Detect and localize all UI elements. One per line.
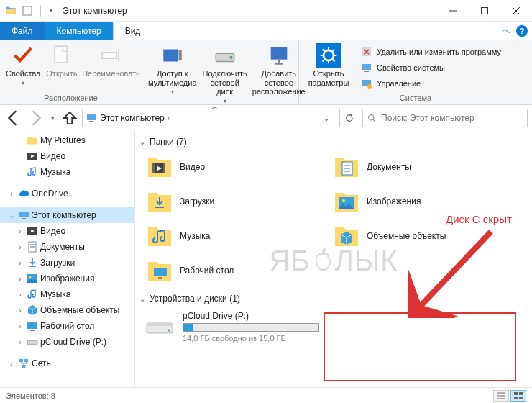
up-button[interactable] bbox=[60, 109, 79, 127]
sidebar-item-pc-video[interactable]: ›Видео bbox=[0, 223, 134, 239]
drives-group-header[interactable]: ⌄ Устройства и диски (1) bbox=[139, 291, 528, 308]
navigation-pane: My Pictures Видео Музыка ›OneDrive ⌄Этот… bbox=[0, 131, 135, 390]
manage-label: Управление bbox=[377, 79, 421, 88]
svg-rect-22 bbox=[89, 121, 93, 122]
drive-icon bbox=[213, 43, 237, 68]
sys-props-label: Свойства системы bbox=[377, 63, 445, 72]
video-icon bbox=[26, 150, 39, 163]
sidebar-item-pc-3d[interactable]: ›Объемные объекты bbox=[0, 302, 134, 318]
open-params-button[interactable]: Открыть параметры bbox=[305, 43, 352, 87]
forward-button[interactable] bbox=[26, 109, 45, 127]
download-icon bbox=[26, 256, 39, 269]
maximize-button[interactable] bbox=[469, 0, 500, 22]
address-dropdown[interactable]: ⌄ bbox=[320, 114, 333, 122]
map-drive-button[interactable]: Подключить сетевой диск ▾ bbox=[203, 43, 247, 104]
svg-rect-17 bbox=[362, 64, 371, 70]
folder-label: Документы bbox=[367, 162, 411, 172]
sidebar-item-video[interactable]: Видео bbox=[0, 148, 134, 164]
chevron-right-icon[interactable]: › bbox=[168, 114, 170, 122]
folder-label: Рабочий стол bbox=[180, 266, 234, 276]
sidebar-item-onedrive[interactable]: ›OneDrive bbox=[0, 186, 134, 202]
folder-item-downloads[interactable]: Загрузки bbox=[144, 186, 324, 217]
manage-button[interactable]: Управление bbox=[358, 76, 504, 91]
app-icon bbox=[4, 4, 17, 17]
tab-computer[interactable]: Компьютер bbox=[45, 22, 114, 40]
svg-rect-41 bbox=[22, 365, 26, 368]
sidebar-label: My Pictures bbox=[40, 135, 86, 145]
sidebar-label: Объемные объекты bbox=[40, 305, 119, 315]
tab-view[interactable]: Вид bbox=[114, 22, 153, 40]
folder-item-pictures[interactable]: Изображения bbox=[331, 186, 510, 217]
folder-item-music[interactable]: Музыка bbox=[144, 220, 324, 252]
ribbon-group-system: Открыть параметры Удалить или изменить п… bbox=[299, 40, 532, 104]
sidebar-item-pc-pictures[interactable]: ›Изображения bbox=[0, 271, 134, 286]
help-icon[interactable]: ? bbox=[516, 25, 528, 37]
minimize-button[interactable] bbox=[437, 0, 469, 22]
sidebar-item-my-pictures[interactable]: My Pictures bbox=[0, 132, 134, 148]
rename-button[interactable]: Переименовать bbox=[83, 43, 139, 78]
uninstall-icon bbox=[361, 46, 372, 58]
svg-rect-18 bbox=[364, 71, 369, 72]
sidebar-label: Загрузки bbox=[40, 258, 75, 268]
folder-item-desktop[interactable]: Рабочий стол bbox=[144, 255, 324, 286]
ribbon-group-label: Система bbox=[299, 92, 532, 104]
collapse-ribbon-icon[interactable]: ヘ bbox=[502, 25, 510, 37]
search-box[interactable] bbox=[362, 109, 528, 127]
tab-file[interactable]: Файл bbox=[0, 22, 45, 40]
sidebar-item-pc-desktop[interactable]: ›Рабочий стол bbox=[0, 318, 134, 334]
sidebar-item-pc-downloads[interactable]: ›Загрузки bbox=[0, 255, 134, 271]
view-large-icons-button[interactable] bbox=[510, 390, 526, 402]
sidebar-item-music[interactable]: Музыка bbox=[0, 164, 134, 180]
folders-group-header[interactable]: ⌄ Папки (7) bbox=[139, 134, 528, 151]
sidebar-label: Изображения bbox=[40, 273, 94, 284]
svg-rect-13 bbox=[270, 47, 287, 60]
drive-item-pcloud[interactable]: pCloud Drive (P:) 14,0 ГБ свободно из 15… bbox=[139, 308, 528, 343]
folder-label: Загрузки bbox=[180, 196, 214, 207]
add-network-label: Добавить сетевое расположение bbox=[252, 69, 306, 96]
svg-rect-44 bbox=[163, 163, 165, 173]
back-button[interactable] bbox=[4, 109, 23, 127]
sidebar-item-pc-documents[interactable]: ›Документы bbox=[0, 239, 134, 255]
sidebar-label: pCloud Drive (P:) bbox=[40, 337, 106, 347]
media-access-label: Доступ к мультимедиа bbox=[148, 69, 197, 87]
sys-props-button[interactable]: Свойства системы bbox=[358, 60, 504, 75]
ribbon: Свойства ▾ Открыть Переименовать Располо… bbox=[0, 40, 532, 105]
documents-folder-icon bbox=[332, 153, 361, 181]
sidebar-label: Видео bbox=[40, 226, 65, 236]
sidebar-label: Этот компьютер bbox=[32, 210, 96, 220]
view-details-button[interactable] bbox=[493, 390, 509, 402]
checkmark-icon bbox=[11, 43, 35, 68]
address-bar[interactable]: Этот компьютер › ⌄ bbox=[82, 109, 336, 127]
this-pc-icon bbox=[17, 209, 30, 222]
add-network-button[interactable]: Добавить сетевое расположение bbox=[253, 43, 305, 96]
folder-item-documents[interactable]: Документы bbox=[331, 151, 510, 183]
properties-button[interactable]: Свойства ▾ bbox=[6, 43, 40, 86]
refresh-button[interactable] bbox=[339, 109, 359, 127]
sidebar-item-pc-music[interactable]: ›Музыка bbox=[0, 286, 134, 302]
open-button[interactable]: Открыть bbox=[46, 43, 77, 78]
sidebar-label: Сеть bbox=[32, 358, 51, 368]
sidebar-item-network[interactable]: ›Сеть bbox=[0, 356, 134, 371]
folders-grid: Видео Документы Загрузки Изображения Муз… bbox=[139, 151, 528, 286]
qat-item[interactable] bbox=[22, 5, 33, 17]
qat-dropdown[interactable]: ▾ bbox=[48, 7, 54, 14]
content-pane: ЯБ ЛЫК ⌄ Папки (7) Видео Документы Загру… bbox=[135, 131, 532, 390]
svg-point-20 bbox=[367, 84, 372, 89]
search-icon bbox=[367, 114, 377, 123]
folder-item-video[interactable]: Видео bbox=[144, 151, 324, 183]
svg-rect-21 bbox=[87, 114, 96, 120]
search-input[interactable] bbox=[381, 113, 523, 123]
media-access-button[interactable]: Доступ к мультимедиа ▾ bbox=[148, 43, 197, 95]
svg-rect-37 bbox=[30, 330, 35, 331]
cube-icon bbox=[26, 304, 39, 317]
uninstall-button[interactable]: Удалить или изменить программу bbox=[358, 45, 504, 59]
close-button[interactable] bbox=[500, 0, 532, 22]
folder-item-3d[interactable]: Объемные объекты bbox=[331, 220, 510, 252]
sidebar-item-this-pc[interactable]: ⌄Этот компьютер bbox=[0, 207, 134, 223]
svg-rect-39 bbox=[19, 359, 23, 362]
open-label: Открыть bbox=[46, 69, 77, 78]
chevron-down-icon: ⌄ bbox=[139, 138, 145, 146]
recent-dropdown[interactable]: ▾ bbox=[47, 109, 58, 127]
sidebar-item-pcloud[interactable]: ›pCloud Drive (P:) bbox=[0, 334, 134, 350]
svg-line-24 bbox=[373, 119, 375, 122]
